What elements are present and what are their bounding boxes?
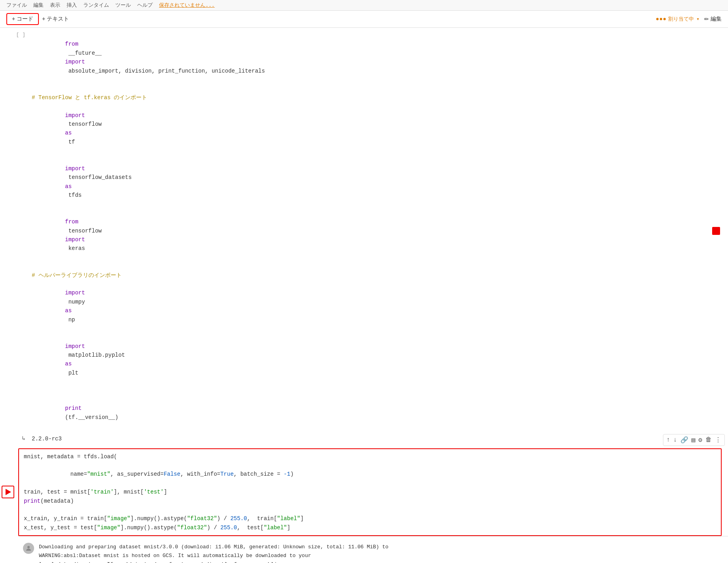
cell2-close-paren: ): [290, 471, 293, 477]
cell2-blank: [24, 505, 716, 514]
menu-tools[interactable]: ツール: [115, 2, 131, 9]
output-1-text: 2.2.0-rc3: [32, 436, 62, 442]
output-arrow-1: ↳: [22, 435, 25, 442]
code-line-10: print (tf.__version__): [32, 395, 722, 431]
cell-1-content: from __future__ import absolute_import, …: [32, 31, 728, 431]
toolbar-comment-icon[interactable]: ▤: [692, 436, 695, 444]
toolbar-trash-icon[interactable]: 🗑: [705, 436, 712, 444]
stop-button[interactable]: [712, 227, 720, 235]
output-section: Downloading and preparing dataset mnist/…: [18, 536, 728, 563]
edit-button[interactable]: ✏ 編集: [704, 15, 722, 23]
toolbar-down-icon[interactable]: ↓: [673, 436, 677, 444]
menu-insert[interactable]: 挿入: [67, 2, 77, 9]
code-line-5: from tensorflow import keras: [32, 209, 722, 262]
code-blank-3: [32, 386, 722, 395]
plus-code-label: + コード: [12, 15, 33, 23]
status-label: 割り当て中: [668, 15, 694, 23]
cell2-str-train: 'train': [90, 489, 114, 495]
toolbar-link-icon[interactable]: 🔗: [680, 436, 688, 444]
status-dot-2: [660, 18, 662, 20]
menu-bar: ファイル 編集 表示 挿入 ランタイム ツール ヘルプ 保存されていません...: [0, 0, 728, 11]
cell2-indent: name=: [57, 471, 87, 477]
kw-import-3: import: [65, 165, 85, 172]
kw-print: print: [65, 405, 82, 411]
status-dot-1: [656, 18, 659, 20]
cell-1-gutter: [ ]: [0, 31, 32, 38]
plus-text-label: + テキスト: [42, 15, 69, 23]
svg-point-0: [27, 546, 30, 548]
toolbar-right: 割り当て中 ▾ ✏ 編集: [656, 15, 722, 23]
cell-2-toolbar: ↑ ↓ 🔗 ▤ ⚙ 🗑 ⋮: [663, 434, 725, 446]
menu-edit[interactable]: 編集: [33, 2, 44, 9]
output-user-row: Downloading and preparing dataset mnist/…: [18, 541, 728, 563]
output-line-1: Downloading and preparing dataset mnist/…: [39, 543, 389, 551]
status-dropdown-icon[interactable]: ▾: [696, 16, 699, 22]
menu-runtime[interactable]: ランタイム: [83, 2, 109, 9]
status-dots: [656, 18, 666, 20]
cell2-line-1: mnist, metadata = tfds.load(: [24, 452, 716, 461]
kw-import-1: import: [65, 59, 85, 65]
output-1: ↳ 2.2.0-rc3: [0, 434, 728, 444]
user-avatar: [23, 543, 34, 554]
code-line-8: import matplotlib.pyplot as plt: [32, 333, 722, 386]
code-np: np: [65, 317, 75, 323]
menu-help[interactable]: ヘルプ: [137, 2, 153, 9]
toolbar-settings-icon[interactable]: ⚙: [698, 436, 702, 444]
menu-file[interactable]: ファイル: [6, 2, 27, 9]
output-line-3: local data directory. If you'd instead p…: [39, 560, 389, 563]
code-line-1: from __future__ import absolute_import, …: [32, 31, 722, 84]
run-button[interactable]: [2, 486, 14, 498]
cell2-str-test: 'test': [144, 489, 163, 495]
cell-2-content: mnist, metadata = tfds.load( name="mnist…: [19, 449, 721, 536]
cell2-comma1: , as_supervised=: [110, 471, 163, 477]
menu-view[interactable]: 表示: [50, 2, 60, 9]
code-imports: absolute_import, division, print_functio…: [65, 68, 265, 74]
output-1-gutter: ↳: [0, 434, 32, 442]
comment-1: # TensorFlow と tf.keras のインポート: [32, 93, 722, 102]
save-warning: 保存されていません...: [159, 2, 215, 9]
kw-as-1: as: [65, 130, 72, 136]
code-tfds2: tfds: [65, 192, 82, 198]
cell2-line-3: train, test = mnist['train'], mnist['tes…: [24, 488, 716, 496]
cell2-line-6: x_train, y_train = train["image"].numpy(…: [24, 514, 716, 523]
code-blank-1: [32, 84, 722, 93]
cell2-line-4: print(metadata): [24, 497, 716, 505]
add-text-button[interactable]: + テキスト: [42, 15, 69, 23]
kw-as-4: as: [65, 361, 72, 367]
cell2-bool-1: False: [164, 471, 180, 477]
cell2-name-val: "mnist": [87, 471, 111, 477]
status-badge: 割り当て中 ▾: [656, 15, 699, 23]
code-tfds: tensorflow_datasets: [65, 174, 135, 181]
cell2-comma2: , with_info=: [180, 471, 220, 477]
kw-import-6: import: [65, 343, 85, 350]
cell-1: [ ] from __future__ import absolute_impo…: [0, 28, 728, 434]
kw-as-2: as: [65, 183, 72, 190]
code-line-7: import numpy as np: [32, 280, 722, 333]
output-1-content: 2.2.0-rc3: [32, 434, 62, 444]
code-tf2: tf: [65, 139, 75, 145]
code-print-tf: (tf.__version__): [65, 414, 118, 421]
run-icon: [6, 489, 11, 495]
cell-1-row: [ ] from __future__ import absolute_impo…: [0, 31, 728, 431]
cell2-line-2: name="mnist", as_supervised=False, with_…: [24, 461, 716, 488]
code-keras: keras: [65, 245, 85, 252]
toolbar-left: + コード + テキスト: [6, 13, 69, 25]
code-numpy: numpy: [65, 299, 88, 305]
toolbar-up-icon[interactable]: ↑: [667, 436, 671, 444]
output-text-block: Downloading and preparing dataset mnist/…: [39, 543, 389, 563]
code-matplotlib: matplotlib.pyplot: [65, 352, 128, 358]
cell2-str-image1: "image": [107, 515, 130, 522]
cell-1-bracket: [ ]: [16, 32, 25, 38]
cell2-num-255-1: 255.0: [230, 515, 247, 522]
kw-as-3: as: [65, 307, 72, 314]
code-tf: tensorflow: [65, 121, 105, 127]
cell2-str-label1: "label": [277, 515, 301, 522]
cell2-print-kw: print: [24, 498, 40, 504]
cell2-batchsize: , batch_size =: [234, 471, 284, 477]
kw-from-2: from: [65, 219, 79, 225]
add-code-button[interactable]: + コード: [6, 13, 39, 25]
pencil-icon: ✏: [704, 16, 709, 22]
cell2-str-label2: "label": [264, 525, 287, 531]
toolbar-more-icon[interactable]: ⋮: [715, 436, 721, 444]
code-line-3: import tensorflow as tf: [32, 102, 722, 155]
